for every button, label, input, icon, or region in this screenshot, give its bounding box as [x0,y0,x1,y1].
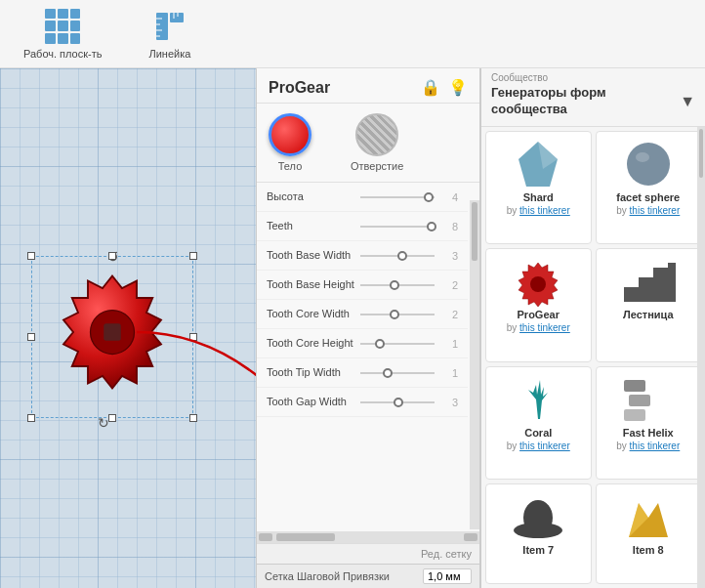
community-dropdown-arrow: ▼ [680,93,695,110]
param-row-7: Tooth Gap Width3 [257,388,468,417]
shape-author-link-4[interactable]: this tinkerer [519,441,570,451]
handle-ml[interactable] [27,333,35,341]
handle-mr[interactable] [189,333,197,341]
mode-hole-label: Отверстие [351,160,403,172]
grid-label: Сетка Шаговой Привязки [265,570,390,582]
svg-rect-16 [624,287,639,302]
param-value-7: 3 [440,397,458,408]
param-thumb-1[interactable] [427,222,436,231]
shape-item-3[interactable]: Лестница [596,248,702,362]
svg-rect-5 [170,13,184,22]
svg-point-13 [627,143,670,186]
param-slider-2[interactable] [360,255,435,257]
shape-by-1: by [616,205,629,216]
mode-hole-btn[interactable]: Отверстие [351,113,403,172]
mode-body-btn[interactable]: Тело [269,113,311,172]
param-slider-4[interactable] [360,314,435,315]
hscroll-right[interactable] [464,533,477,541]
shape-byline-2: by this tinkerer [507,320,570,334]
shape-by-5: by [616,441,629,451]
ruler-button[interactable]: Линейка [135,3,204,65]
param-value-1: 8 [440,221,458,232]
param-slider-0[interactable] [360,196,435,198]
param-name-5: Tooth Core Height [267,336,354,350]
param-thumb-5[interactable] [375,339,385,349]
community-dropdown[interactable]: Генераторы форм сообщества ▼ [481,83,705,127]
shape-item-2[interactable]: ProGearby this tinkerer [485,248,592,362]
panel-hscroll[interactable] [257,531,479,543]
param-thumb-4[interactable] [390,310,399,319]
shape-item-4[interactable]: Coralby this tinkerer [485,366,592,481]
param-name-1: Teeth [267,219,354,232]
handle-br[interactable] [189,414,197,422]
handle-bl[interactable] [27,414,35,422]
panel-footer: Ред. сетку [257,543,479,564]
param-name-2: Tooth Base Width [267,248,354,262]
shape-author-link-5[interactable]: this tinkerer [630,441,681,451]
param-thumb-0[interactable] [424,192,434,202]
param-value-4: 2 [440,309,458,320]
handle-tr[interactable] [189,252,197,260]
param-name-3: Tooth Base Height [267,277,354,291]
shape-thumbnail-3 [614,255,683,309]
right-scrollbar[interactable] [697,127,705,588]
param-slider-1[interactable] [360,226,435,228]
grid-value-input[interactable] [423,568,472,584]
shape-author-link-2[interactable]: this tinkerer [519,322,570,333]
svg-rect-17 [639,277,653,302]
panel-scrollbar-thumb[interactable] [472,202,477,261]
param-slider-5[interactable] [360,343,435,345]
param-row-0: Высота4 [257,183,468,212]
shape-item-0[interactable]: Shardby this tinkerer [485,131,592,245]
param-row-5: Tooth Core Height1 [257,329,468,358]
shape-item-7[interactable]: Item 8 [596,483,702,584]
handle-bm[interactable] [108,414,116,422]
community-title: Генераторы форм сообщества [491,85,680,118]
gear-object[interactable] [39,264,186,410]
param-thumb-2[interactable] [397,251,407,261]
shape-author-link-1[interactable]: this tinkerer [630,205,681,216]
workplane-icon [45,9,80,44]
shape-item-6[interactable]: Item 7 [485,483,592,584]
param-name-7: Tooth Gap Width [267,395,354,408]
shape-byline-1: by this tinkerer [616,203,680,217]
svg-rect-9 [104,323,121,341]
right-panel: Сообщество Генераторы форм сообщества ▼ … [480,68,705,588]
shape-byline-5: by this tinkerer [616,439,680,452]
right-scrollbar-thumb[interactable] [699,129,703,178]
shape-item-1[interactable]: facet sphereby this tinkerer [596,131,702,245]
shape-thumbnail-4 [504,373,572,427]
svg-point-14 [636,152,649,162]
shape-thumbnail-0 [504,138,572,191]
hscroll-left[interactable] [259,533,272,541]
shape-author-link-0[interactable]: this tinkerer [519,205,570,216]
lock-icon[interactable]: 🔒 [421,78,440,97]
panel-modes: Тело Отверстие [257,104,479,183]
shape-name-2: ProGear [518,309,560,320]
param-slider-3[interactable] [360,284,435,286]
param-slider-6[interactable] [360,372,435,374]
param-thumb-7[interactable] [394,398,403,407]
panel-bottom-bar: Сетка Шаговой Привязки [257,564,479,588]
shape-by-2: by [507,322,519,333]
param-thumb-3[interactable] [390,280,399,290]
workplane-button[interactable]: Рабоч. плоск-ть [10,3,115,65]
hscroll-thumb[interactable] [276,533,335,541]
top-bar: Рабоч. плоск-ть Линейка [0,0,705,68]
shape-thumbnail-1 [614,138,683,191]
shape-thumbnail-2 [504,255,572,309]
svg-rect-22 [624,409,645,421]
param-slider-7[interactable] [360,401,435,403]
handle-tl[interactable] [27,252,35,260]
param-row-6: Tooth Tip Width1 [257,358,468,388]
param-thumb-6[interactable] [383,368,393,378]
shape-item-5[interactable]: Fast Helixby this tinkerer [596,366,702,481]
progear-panel: ProGear 🔒 💡 Тело Отверстие Высота4Teeth8… [256,68,480,588]
svg-rect-18 [653,268,668,302]
bulb-icon[interactable]: 💡 [448,78,468,97]
handle-tm[interactable] [108,252,116,260]
param-value-0: 4 [440,191,458,203]
panel-scrollbar[interactable] [470,200,479,529]
svg-marker-11 [518,142,558,187]
canvas-area[interactable]: ↺ ↻ [0,68,256,588]
